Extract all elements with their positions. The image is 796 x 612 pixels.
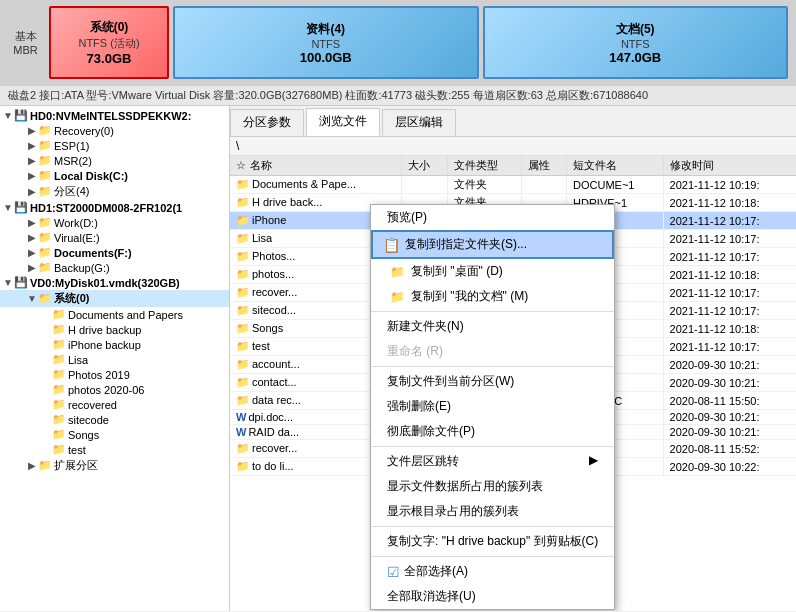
tree-panel[interactable]: ▼ 💾 HD0:NVMeINTELSSDPEKKW2: ▶ 📁 Recovery… xyxy=(0,106,230,611)
tree-item-hd1[interactable]: ▼ 💾 HD1:ST2000DM008-2FR102(1 xyxy=(0,200,229,215)
partition-block-1[interactable]: 资料(4) NTFS 100.0GB xyxy=(173,6,479,79)
file-type-cell: 文件夹 xyxy=(447,176,521,194)
context-menu-item-copy-text[interactable]: 复制文字: "H drive backup" 到剪贴板(C) xyxy=(371,529,614,554)
tree-item-sitecode[interactable]: 📁 sitecode xyxy=(0,412,229,427)
tree-item-hd0[interactable]: ▼ 💾 HD0:NVMeINTELSSDPEKKW2: xyxy=(0,108,229,123)
file-modified-cell: 2021-11-12 10:17: xyxy=(663,284,796,302)
path-bar: \ xyxy=(230,137,796,156)
tree-item-viruale[interactable]: ▶ 📁 Virual(E:) xyxy=(0,230,229,245)
tree-item-fen4[interactable]: ▶ 📁 分区(4) xyxy=(0,183,229,200)
path-text: \ xyxy=(236,139,239,153)
tree-label-lisa: Lisa xyxy=(68,354,88,366)
tree-item-lisa[interactable]: 📁 Lisa xyxy=(0,352,229,367)
tree-item-docf[interactable]: ▶ 📁 Documents(F:) xyxy=(0,245,229,260)
file-name-cell: 📁Documents & Pape... xyxy=(230,176,402,194)
tree-label-vd0: VD0:MyDisk01.vmdk(320GB) xyxy=(30,277,180,289)
file-modified-cell: 2020-09-30 10:21: xyxy=(663,410,796,425)
partition-bar: 基本 MBR 系统(0) NTFS (活动) 73.0GB 资料(4) NTFS… xyxy=(0,0,796,85)
tab-browse-files[interactable]: 浏览文件 xyxy=(306,108,380,136)
file-modified-cell: 2020-09-30 10:21: xyxy=(663,356,796,374)
tree-label-hd0: HD0:NVMeINTELSSDPEKKW2: xyxy=(30,110,191,122)
partition-block-2[interactable]: 文档(5) NTFS 147.0GB xyxy=(483,6,789,79)
context-menu-item-select-all[interactable]: ☑ 全部选择(A) xyxy=(371,559,614,584)
tree-item-sys0[interactable]: ▼ 📁 系统(0) xyxy=(0,290,229,307)
file-modified-cell: 2020-09-30 10:21: xyxy=(663,425,796,440)
tree-label-sys0: 系统(0) xyxy=(54,291,89,306)
tree-label-extended: 扩展分区 xyxy=(54,458,98,473)
file-modified-cell: 2020-09-30 10:21: xyxy=(663,374,796,392)
tab-partition-params[interactable]: 分区参数 xyxy=(230,109,304,136)
file-modified-cell: 2021-11-12 10:18: xyxy=(663,194,796,212)
file-modified-cell: 2020-08-11 15:50: xyxy=(663,392,796,410)
context-menu-item-copy-to-desktop[interactable]: 📁 复制到 "桌面" (D) xyxy=(371,259,614,284)
disk-info-bar: 磁盘2 接口:ATA 型号:VMware Virtual Disk 容量:320… xyxy=(0,85,796,106)
tree-label-photos2019: Photos 2019 xyxy=(68,369,130,381)
tree-label-esp: ESP(1) xyxy=(54,140,89,152)
context-menu-sep4 xyxy=(371,526,614,527)
tree-item-recovered[interactable]: 📁 recovered xyxy=(0,397,229,412)
context-menu-item-show-cluster-file[interactable]: 显示文件数据所占用的簇列表 xyxy=(371,474,614,499)
file-browser[interactable]: ☆名称 大小 文件类型 属性 短文件名 xyxy=(230,156,796,611)
tree-label-msr: MSR(2) xyxy=(54,155,92,167)
tree-item-photos2020[interactable]: 📁 photos 2020-06 xyxy=(0,382,229,397)
file-modified-cell: 2021-11-12 10:17: xyxy=(663,338,796,356)
context-menu-sep1 xyxy=(371,311,614,312)
file-modified-cell: 2021-11-12 10:17: xyxy=(663,302,796,320)
context-menu-item-new-folder[interactable]: 新建文件夹(N) xyxy=(371,314,614,339)
file-modified-cell: 2021-11-12 10:17: xyxy=(663,230,796,248)
col-header-size: 大小 xyxy=(402,156,447,176)
file-size-cell xyxy=(402,176,447,194)
tree-item-test[interactable]: 📁 test xyxy=(0,442,229,457)
context-menu-item-deselect-all[interactable]: 全部取消选择(U) xyxy=(371,584,614,609)
tree-item-msr[interactable]: ▶ 📁 MSR(2) xyxy=(0,153,229,168)
tree-item-vd0[interactable]: ▼ 💾 VD0:MyDisk01.vmdk(320GB) xyxy=(0,275,229,290)
tree-item-photos2019[interactable]: 📁 Photos 2019 xyxy=(0,367,229,382)
tree-label-hd1: HD1:ST2000DM008-2FR102(1 xyxy=(30,202,182,214)
tree-label-docpaper: Documents and Papers xyxy=(68,309,183,321)
tree-item-iphonebackup[interactable]: 📁 iPhone backup xyxy=(0,337,229,352)
context-menu-item-rename: 重命名 (R) xyxy=(371,339,614,364)
partition-block-0[interactable]: 系统(0) NTFS (活动) 73.0GB xyxy=(49,6,169,79)
tree-container: ▼ 💾 HD0:NVMeINTELSSDPEKKW2: ▶ 📁 Recovery… xyxy=(0,106,229,476)
context-menu-item-copy-to-mydoc[interactable]: 📁 复制到 "我的文档" (M) xyxy=(371,284,614,309)
tree-label-recovery: Recovery(0) xyxy=(54,125,114,137)
partition-label-0: 系统(0) xyxy=(90,19,129,36)
context-menu-item-copy-to-current[interactable]: 复制文件到当前分区(W) xyxy=(371,369,614,394)
context-menu-item-preview[interactable]: 预览(P) xyxy=(371,205,614,230)
tree-item-extended[interactable]: ▶ 📁 扩展分区 xyxy=(0,457,229,474)
tree-item-backupg[interactable]: ▶ 📁 Backup(G:) xyxy=(0,260,229,275)
context-menu-item-permanent-delete[interactable]: 彻底删除文件(P) xyxy=(371,419,614,444)
tree-item-workd[interactable]: ▶ 📁 Work(D:) xyxy=(0,215,229,230)
table-row[interactable]: 📁Documents & Pape... 文件夹 DOCUME~1 2021-1… xyxy=(230,176,796,194)
tree-item-hdbackup[interactable]: 📁 H drive backup xyxy=(0,322,229,337)
disk-info-text: 磁盘2 接口:ATA 型号:VMware Virtual Disk 容量:320… xyxy=(8,89,648,101)
disk-type-label: 基本 MBR xyxy=(8,6,43,79)
partition-fs-2: NTFS xyxy=(621,38,650,50)
file-modified-cell: 2020-09-30 10:22: xyxy=(663,458,796,476)
file-modified-cell: 2021-11-12 10:17: xyxy=(663,212,796,230)
file-modified-cell: 2021-11-12 10:18: xyxy=(663,320,796,338)
context-menu-item-copy-to-folder[interactable]: 📋 复制到指定文件夹(S)... xyxy=(371,230,614,259)
tree-item-docpaper[interactable]: 📁 Documents and Papers xyxy=(0,307,229,322)
tree-item-esp[interactable]: ▶ 📁 ESP(1) xyxy=(0,138,229,153)
tree-label-docf: Documents(F:) xyxy=(54,247,132,259)
col-header-modified: 修改时间 xyxy=(663,156,796,176)
tree-item-songs[interactable]: 📁 Songs xyxy=(0,427,229,442)
col-header-name: ☆名称 xyxy=(230,156,402,176)
tree-label-test: test xyxy=(68,444,86,456)
context-menu-item-jump[interactable]: 文件层区跳转▶ xyxy=(371,449,614,474)
partition-label-1: 资料(4) xyxy=(306,21,345,38)
partition-fs-0: NTFS (活动) xyxy=(78,36,139,51)
context-menu-item-force-delete[interactable]: 强制删除(E) xyxy=(371,394,614,419)
tree-label-fen4: 分区(4) xyxy=(54,184,89,199)
file-modified-cell: 2021-11-12 10:19: xyxy=(663,176,796,194)
main-layout: ▼ 💾 HD0:NVMeINTELSSDPEKKW2: ▶ 📁 Recovery… xyxy=(0,106,796,611)
tree-label-sitecode: sitecode xyxy=(68,414,109,426)
tab-sector-edit[interactable]: 层区编辑 xyxy=(382,109,456,136)
tab-bar: 分区参数 浏览文件 层区编辑 xyxy=(230,106,796,137)
context-menu-item-show-cluster-root[interactable]: 显示根目录占用的簇列表 xyxy=(371,499,614,524)
partition-fs-1: NTFS xyxy=(311,38,340,50)
col-header-type: 文件类型 xyxy=(447,156,521,176)
tree-item-localc[interactable]: ▶ 📁 Local Disk(C:) xyxy=(0,168,229,183)
tree-item-recovery[interactable]: ▶ 📁 Recovery(0) xyxy=(0,123,229,138)
